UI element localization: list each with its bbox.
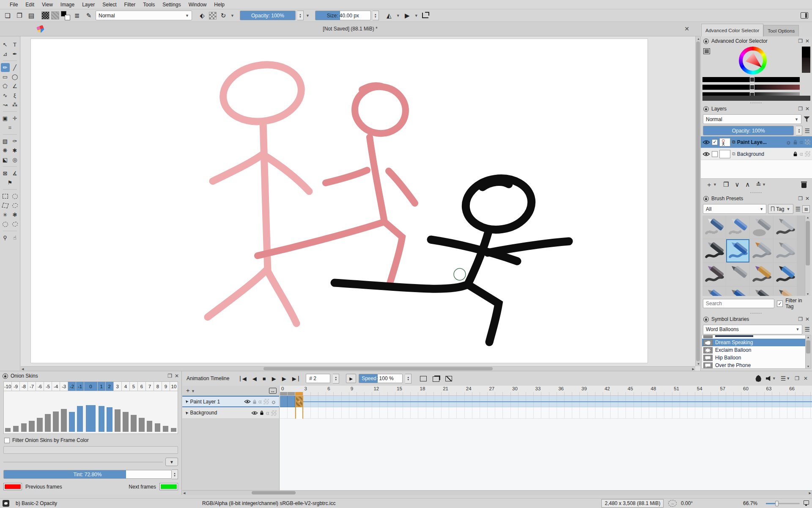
layer-lock-icon[interactable] bbox=[793, 139, 798, 145]
tool-rectangle[interactable]: ▭ bbox=[1, 72, 10, 81]
visibility-eye-icon[interactable] bbox=[244, 399, 251, 404]
onion-bar--7[interactable] bbox=[28, 392, 36, 432]
brush-preset-airbrush-soft[interactable] bbox=[774, 215, 797, 239]
frame-bg-42[interactable] bbox=[603, 407, 611, 419]
frame-bg-15[interactable] bbox=[395, 407, 403, 419]
brush-preset-eraser-soft[interactable] bbox=[750, 215, 773, 239]
brush-presets-header[interactable]: Brush Presets ❐ ✕ bbox=[701, 194, 812, 203]
onion-number-8[interactable]: 8 bbox=[154, 382, 162, 391]
frame-bg-48[interactable] bbox=[649, 407, 657, 419]
speed-spinner[interactable]: ▲▼ bbox=[405, 374, 411, 384]
onion-number--9[interactable]: -9 bbox=[12, 382, 20, 391]
brush-preset-grid[interactable]: ▲▼ bbox=[702, 215, 810, 296]
document-close-icon[interactable]: ✕ bbox=[684, 25, 689, 32]
preset-search-input[interactable] bbox=[703, 299, 774, 308]
menu-help[interactable]: Help bbox=[210, 1, 228, 8]
frame-bg-63[interactable] bbox=[765, 407, 772, 419]
tool-dynamic-brush[interactable]: ↝ bbox=[1, 100, 10, 109]
frame-bg-16[interactable] bbox=[403, 407, 411, 419]
move-layer-down-button[interactable]: ∨ bbox=[732, 181, 742, 188]
layer-row-paint-layer[interactable]: ✓ ⧉ Paint Laye... ☼ α bbox=[701, 136, 812, 148]
onion-skin-bulb-icon[interactable]: ☼ bbox=[271, 398, 277, 405]
frame-bg-31[interactable] bbox=[518, 407, 526, 419]
onion-number--2[interactable]: -2 bbox=[68, 382, 76, 391]
onion-bar-9[interactable] bbox=[162, 392, 170, 432]
onion-number-5[interactable]: 5 bbox=[130, 382, 138, 391]
brush-preset-basic-2-opacity[interactable] bbox=[726, 239, 749, 262]
selector-settings-icon[interactable] bbox=[703, 48, 710, 54]
symbol-list[interactable]: Dream SpeakingExclaim BalloonHip Balloon… bbox=[702, 335, 811, 369]
brush-preset-ink-pen[interactable] bbox=[702, 287, 726, 296]
current-frame-spinbox[interactable]: # 2 bbox=[306, 374, 330, 383]
onion-bar--6[interactable] bbox=[36, 392, 44, 432]
close-docker-icon[interactable]: ✕ bbox=[175, 373, 179, 379]
frame-bg-18[interactable] bbox=[418, 407, 426, 419]
brush-settings-icon[interactable]: ≣ bbox=[72, 11, 82, 21]
frame-bg-9[interactable] bbox=[349, 407, 357, 419]
frame-bg-40[interactable] bbox=[588, 407, 595, 419]
frame-spinner[interactable]: ▲▼ bbox=[333, 374, 339, 384]
onion-number-10[interactable]: 10 bbox=[170, 382, 178, 391]
frame-bg-23[interactable] bbox=[457, 407, 464, 419]
tool-measure[interactable]: ∡ bbox=[11, 169, 19, 178]
next-frames-color[interactable] bbox=[159, 483, 178, 490]
tool-select-shapes[interactable]: ↖ bbox=[1, 40, 10, 49]
docker-lock-icon[interactable] bbox=[703, 196, 709, 202]
onion-bar--2[interactable] bbox=[68, 392, 76, 432]
onion-number-1[interactable]: 1 bbox=[98, 382, 106, 391]
tool-freehand-brush[interactable]: ✏ bbox=[1, 63, 10, 72]
duplicate-layer-button[interactable]: ❐ bbox=[721, 181, 731, 188]
symbol-item-clipped[interactable] bbox=[702, 335, 811, 339]
frame-bg-35[interactable] bbox=[549, 407, 557, 419]
canvas-vertical-scrollbar[interactable]: ▲ ▼ bbox=[695, 36, 700, 366]
frame-row-paint-layer[interactable] bbox=[280, 396, 812, 407]
onion-number-2[interactable]: 2 bbox=[106, 382, 114, 391]
alpha-lock-icon[interactable]: α bbox=[266, 410, 269, 416]
tool-contiguous-select[interactable]: ✳ bbox=[1, 210, 10, 219]
layer-opacity-slider[interactable]: Opacity: 100% bbox=[703, 126, 794, 135]
canvas-rotation-icon[interactable]: ↔ bbox=[668, 500, 677, 507]
previous-frame-button[interactable]: ◀ bbox=[251, 375, 258, 382]
frame-bg-24[interactable] bbox=[465, 407, 472, 419]
frame-bg-22[interactable] bbox=[449, 407, 457, 419]
blending-mode-select[interactable]: Normal▼ bbox=[96, 11, 192, 20]
frame-bg-60[interactable] bbox=[741, 407, 749, 419]
inherit-alpha-icon[interactable] bbox=[263, 399, 269, 404]
frame-bg-21[interactable] bbox=[442, 407, 449, 419]
frame-bg-41[interactable] bbox=[595, 407, 603, 419]
layer-opacity-spinner[interactable]: ▲▼ bbox=[796, 126, 802, 135]
menu-filter[interactable]: Filter bbox=[121, 1, 140, 8]
onion-number-3[interactable]: 3 bbox=[114, 382, 122, 391]
frame-bg-20[interactable] bbox=[434, 407, 442, 419]
onion-bar--3[interactable] bbox=[60, 392, 68, 432]
previous-frames-color[interactable] bbox=[3, 483, 22, 490]
alpha-lock-icon[interactable]: α bbox=[799, 139, 803, 145]
docker-resize-handle[interactable]: •••••• bbox=[701, 190, 812, 194]
wrap-around-button[interactable] bbox=[420, 11, 431, 21]
layer-select-checkbox[interactable]: ✓ bbox=[712, 139, 718, 145]
frame-bg-0[interactable] bbox=[280, 407, 288, 419]
frame-bg-30[interactable] bbox=[511, 407, 518, 419]
onion-bar--4[interactable] bbox=[52, 392, 60, 432]
close-docker-icon[interactable]: ✕ bbox=[805, 38, 809, 44]
frame-bg-36[interactable] bbox=[557, 407, 565, 419]
brush-preset-basic-4-flow-opacity[interactable] bbox=[774, 239, 797, 262]
docker-lock-icon[interactable] bbox=[703, 317, 709, 322]
tag-button[interactable]: Tag ▼ bbox=[768, 204, 793, 214]
tool-bezier-select[interactable] bbox=[1, 220, 10, 229]
menu-view[interactable]: View bbox=[38, 1, 57, 8]
eraser-mode-button[interactable]: ⬖ bbox=[197, 11, 207, 21]
frame-bg-5[interactable] bbox=[318, 407, 326, 419]
size-spinner[interactable]: ▲▼ bbox=[373, 11, 379, 20]
tool-edit-shapes[interactable]: ⊿ bbox=[1, 50, 10, 58]
move-layer-up-button[interactable]: ∧ bbox=[743, 181, 752, 188]
canvas[interactable] bbox=[31, 39, 647, 363]
menu-image[interactable]: Image bbox=[57, 1, 78, 8]
tool-transform[interactable]: ▣ bbox=[1, 114, 10, 123]
canvas-horizontal-scrollbar[interactable]: ◀ ▶ bbox=[21, 366, 695, 371]
symbol-libraries-header[interactable]: Symbol Libraries ❐ ✕ bbox=[701, 315, 812, 324]
onion-bar-1[interactable] bbox=[98, 392, 106, 432]
color-selector-body[interactable] bbox=[701, 46, 812, 101]
tool-crop[interactable]: ⌗ bbox=[5, 123, 14, 132]
menu-tools[interactable]: Tools bbox=[139, 1, 159, 8]
